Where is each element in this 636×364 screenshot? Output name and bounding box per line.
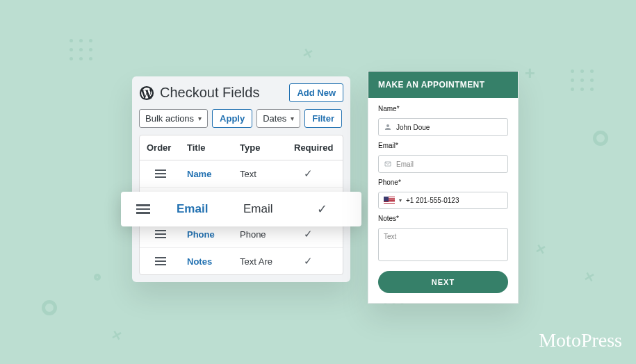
toolbar: Bulk actions ▾ Apply Dates ▾ Filter (139, 109, 343, 128)
apply-button[interactable]: Apply (212, 109, 252, 128)
wordpress-icon (139, 85, 154, 101)
bulk-actions-select[interactable]: Bulk actions ▾ (139, 109, 208, 128)
dates-label: Dates (263, 113, 286, 124)
decoration-cross: ✕ (533, 240, 547, 258)
phone-field[interactable]: ▾ +1 201-555-0123 (378, 192, 508, 209)
check-icon: ✓ (304, 255, 343, 267)
notes-label: Notes* (378, 215, 508, 222)
admin-header: Checkout Fields Add New (139, 83, 343, 102)
row-type: Text (240, 169, 294, 179)
name-value: John Doue (396, 124, 503, 131)
bulk-actions-label: Bulk actions (145, 113, 194, 124)
check-icon: ✓ (304, 228, 343, 240)
phone-label: Phone* (378, 179, 508, 186)
name-label: Name* (378, 105, 508, 113)
drag-handle-icon[interactable] (136, 204, 177, 214)
email-label: Email* (378, 142, 508, 149)
col-order: Order (147, 142, 187, 153)
dates-select[interactable]: Dates ▾ (256, 109, 300, 128)
row-type: Phone (240, 229, 294, 240)
row-title-link[interactable]: Email (177, 202, 243, 216)
page-title: Checkout Fields (160, 85, 284, 101)
appointment-widget: MAKE AN APPOINTMENT Name* John Doue Emai… (368, 71, 519, 304)
chevron-down-icon: ▾ (291, 115, 294, 122)
table-row: Notes Text Are ✓ (140, 248, 343, 274)
decoration-circle (593, 131, 608, 146)
notes-field[interactable]: Text (378, 228, 508, 261)
add-new-button[interactable]: Add New (289, 83, 343, 102)
email-placeholder: Email (396, 160, 503, 168)
decoration-cross: ✕ (582, 268, 596, 286)
drag-handle-icon[interactable] (155, 169, 187, 179)
notes-placeholder: Text (384, 233, 396, 240)
check-icon: ✓ (317, 201, 363, 217)
row-title-link[interactable]: Notes (187, 256, 240, 267)
us-flag-icon (384, 197, 395, 204)
col-type: Type (240, 142, 294, 153)
decoration-dots (70, 39, 93, 60)
chevron-down-icon: ▾ (198, 115, 202, 122)
chevron-down-icon[interactable]: ▾ (399, 197, 402, 204)
row-type: Email (243, 202, 307, 216)
envelope-icon (384, 160, 392, 168)
person-icon (384, 123, 392, 131)
table-row-dragging[interactable]: Email Email ✓ (121, 192, 361, 226)
decoration-dots (571, 69, 594, 91)
decoration-circle (42, 300, 57, 315)
drag-handle-icon[interactable] (155, 257, 187, 266)
table-header: Order Title Type Required (140, 135, 343, 160)
decoration-circle (94, 274, 101, 281)
table-row: Name Text ✓ (140, 160, 343, 188)
name-field[interactable]: John Doue (378, 118, 508, 136)
next-button[interactable]: NEXT (378, 271, 508, 293)
col-title: Title (187, 142, 240, 153)
drag-handle-icon[interactable] (155, 230, 187, 239)
decoration-cross: ✕ (109, 326, 123, 344)
filter-button[interactable]: Filter (304, 109, 342, 128)
row-type: Text Are (240, 256, 294, 267)
decoration-cross: ✕ (300, 44, 314, 62)
row-title-link[interactable]: Phone (187, 229, 240, 240)
check-icon: ✓ (304, 167, 343, 180)
widget-heading: MAKE AN APPOINTMENT (368, 72, 518, 98)
decoration-plus: + (525, 63, 535, 84)
phone-value: +1 201-555-0123 (406, 197, 503, 204)
col-required: Required (294, 142, 343, 153)
admin-panel: Checkout Fields Add New Bulk actions ▾ A… (132, 76, 350, 282)
email-field[interactable]: Email (378, 155, 508, 173)
widget-body: Name* John Doue Email* Email Phone* ▾ +1… (368, 98, 518, 303)
row-title-link[interactable]: Name (187, 169, 240, 179)
brand-logo: MotoPress (539, 329, 622, 351)
